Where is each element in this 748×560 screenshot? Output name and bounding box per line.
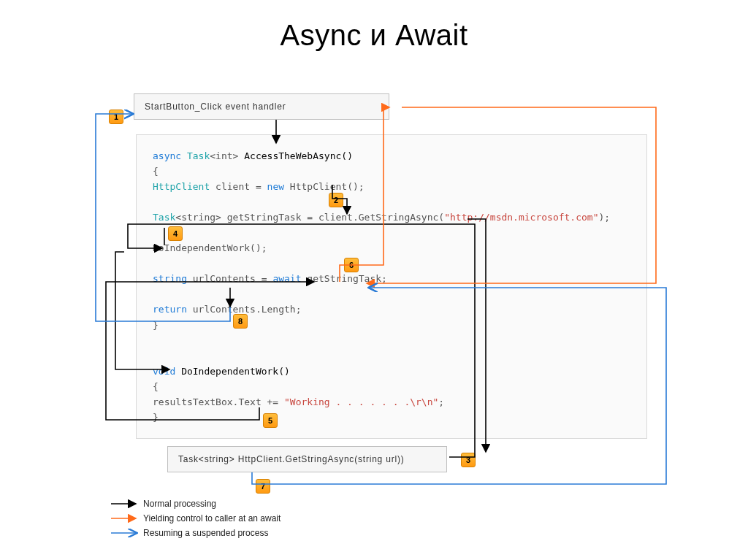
arrow-orange-icon [110,514,139,523]
code-line [153,256,630,271]
bottom-call-box: Task<string> HttpClient.GetStringAsync(s… [167,446,447,472]
legend: Normal processing Yielding control to ca… [110,496,280,540]
code-line: HttpClient client = new HttpClient(); [153,179,630,194]
arrow-blue-icon [110,529,139,537]
legend-label: Normal processing [143,499,216,509]
code-line: return urlContents.Length; [153,302,630,317]
code-line: resultsTextBox.Text += "Working . . . . … [153,394,630,410]
bottom-call-label: Task<string> HttpClient.GetStringAsync(s… [168,447,446,472]
code-line: { [153,379,630,394]
code-box-main: async Task<int> AccessTheWebAsync() { Ht… [136,134,647,439]
handler-box: StartButton_Click event handler [134,93,389,120]
code-line [153,194,630,210]
code-line: } [153,318,630,333]
handler-box-label: StartButton_Click event handler [134,94,389,119]
step-badge-8: 8 [233,314,248,329]
step-badge-4: 4 [168,226,183,241]
code-line: void DoIndependentWork() [153,364,630,379]
code-line: Task<string> getStringTask = client.GetS… [153,210,630,225]
legend-row-resume: Resuming a suspended process [110,526,280,540]
code-line: } [153,410,630,425]
code-line: async Task<int> AccessTheWebAsync() [153,148,630,164]
legend-row-yield: Yielding control to caller at an await [110,511,280,526]
code-line: string urlContents = await getStringTask… [153,271,630,286]
step-badge-1: 1 [109,110,123,124]
step-badge-7: 7 [256,479,270,494]
step-badge-2: 2 [329,193,343,207]
code-line [153,348,630,364]
code-line: DoIndependentWork(); [153,240,630,256]
legend-row-normal: Normal processing [110,496,280,511]
arrow-black-icon [110,499,139,508]
step-badge-5: 5 [263,413,278,428]
legend-label: Resuming a suspended process [143,528,268,538]
code-line: { [153,164,630,179]
diagram-canvas: StartButton_Click event handler async Ta… [0,0,748,560]
code-line [153,333,630,348]
legend-label: Yielding control to caller at an await [143,513,280,523]
step-badge-6: 6 [344,258,359,272]
step-badge-3: 3 [461,453,476,467]
code-line [153,286,630,302]
code-line [153,225,630,240]
